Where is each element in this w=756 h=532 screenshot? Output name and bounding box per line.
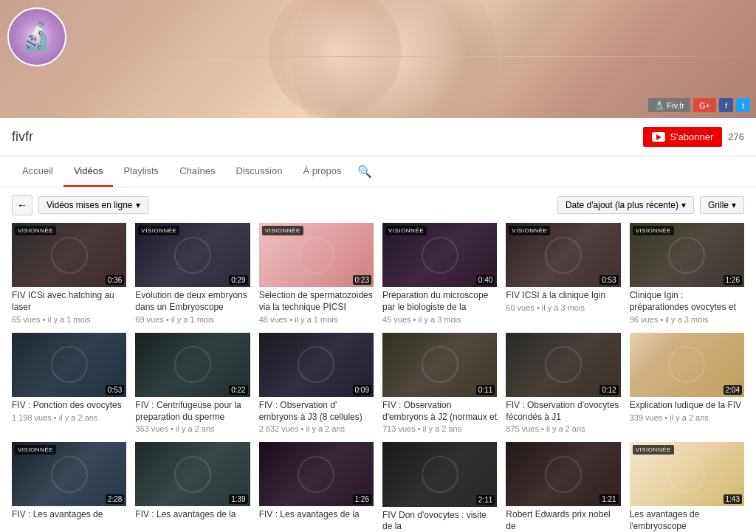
video-meta: 339 vues • il y a 2 ans [630,413,744,422]
toolbar-right: Date d'ajout (la plus récente) ▾ Grille … [557,196,744,214]
video-meta: 713 vues • il y a 2 ans [382,424,497,433]
video-duration: 0:11 [476,385,495,395]
video-card[interactable]: VISIONNÉE 0:40 Préparation du microscope… [382,223,497,324]
video-meta: 363 vues • il y a 2 ans [135,424,250,433]
video-card[interactable]: 1:26 FIV : Les avantages de la [259,442,374,532]
watched-badge: VISIONNÉE [262,226,303,235]
tab-discussion[interactable]: Discussion [226,156,293,187]
facebook-link[interactable]: f [719,98,733,112]
video-title: FIV : Les avantages de la [259,509,374,521]
video-card[interactable]: 0:22 FIV : Centrifugeuse pour la prepara… [135,333,250,434]
video-thumbnail: 0:12 [506,333,620,397]
tab-videos[interactable]: Vidéos [63,156,114,187]
thumbnail-circle [422,237,458,274]
video-card[interactable]: 1:21 Robert Edwards prix nobel de [506,442,620,532]
search-icon[interactable]: 🔍 [357,165,372,179]
watched-badge: VISIONNÉE [385,226,427,235]
video-meta: 96 vues • il y a 3 mois [630,315,744,324]
video-info: FIV : Observation d'embryons à J2 (norma… [382,397,497,433]
video-duration: 1:26 [353,494,371,504]
thumbnail-circle [51,346,88,383]
video-thumbnail: 0:22 [135,333,250,397]
video-card[interactable]: VISIONNÉE 0:29 Evolution de deux embryon… [135,223,250,324]
video-title: FIV Don d'ovocytes : visite de la [382,510,497,533]
video-card[interactable]: VISIONNÉE 2:28 FIV : Les avantages de [12,442,126,532]
video-meta: 875 vues • il y a 2 ans [506,424,620,433]
video-thumbnail: VISIONNÉE 2:28 [12,442,126,506]
thumbnail-circle [668,346,705,383]
back-button[interactable]: ← [12,195,32,215]
chevron-down-icon: ▾ [136,200,140,210]
thumbnail-circle [668,237,705,274]
video-title: Clinique Igin : préparationdes ovocytes … [630,290,744,313]
twitter-link[interactable]: t [736,98,750,112]
filter-dropdown[interactable]: Vidéos mises en ligne ▾ [38,196,148,214]
video-card[interactable]: 0:12 FIV : Observation d'ovocytes fécond… [506,333,620,434]
thumbnail-circle [174,346,211,383]
video-thumbnail: 1:26 [259,442,374,506]
video-duration: 0:22 [229,385,247,395]
video-title: FIV : Les avantages de [12,509,126,521]
tab-accueil[interactable]: Accueil [12,156,63,187]
video-card[interactable]: 2:11 FIV Don d'ovocytes : visite de la [382,442,497,532]
video-thumbnail: 1:21 [506,442,620,506]
subscriber-count: 276 [728,131,744,142]
channel-bar: fivfr S'abonner 276 [0,118,756,156]
subscribe-button[interactable]: S'abonner [643,127,722,147]
video-thumbnail: VISIONNÉE 0:40 [382,223,497,287]
video-thumbnail: VISIONNÉE 0:53 [506,223,620,287]
video-duration: 0:12 [599,385,618,395]
video-info: FIV : Ponction des ovocytes 1 198 vues •… [12,397,126,422]
tab-apropos[interactable]: À propos [292,156,351,187]
tab-playlists[interactable]: Playlists [113,156,169,187]
tab-chaines[interactable]: Chaînes [169,156,225,187]
video-card[interactable]: VISIONNÉE 0:36 FIV ICSi avec hatching au… [12,223,126,324]
video-thumbnail: VISIONNÉE 0:36 [12,223,126,287]
video-card[interactable]: 0:09 FIV : Observation d' embryons à J3 … [259,333,374,434]
video-title: FIV : Observation d'embryons à J2 (norma… [382,400,497,423]
toolbar: ← Vidéos mises en ligne ▾ Date d'ajout (… [0,187,756,223]
video-meta: 1 198 vues • il y a 2 ans [12,413,126,422]
video-duration: 0:36 [106,275,124,285]
video-duration: 2:28 [106,494,124,504]
video-card[interactable]: VISIONNÉE 0:23 Sélection de spermatozoid… [259,223,374,324]
video-card[interactable]: VISIONNÉE 0:53 FIV ICSI à la clinique Ig… [506,223,620,324]
video-card[interactable]: 2:04 Explication ludique de la FIV 339 v… [630,333,744,434]
fiv-link[interactable]: 🔬 Fiv.fr [648,98,690,112]
watched-badge: VISIONNÉE [509,226,550,235]
video-card[interactable]: VISIONNÉE 1:43 Les avantages de l'embryo… [630,442,744,532]
video-thumbnail: 0:09 [259,333,374,397]
video-card[interactable]: 1:39 FIV : Les avantages de la [135,442,250,532]
video-info: FIV : Les avantages de la [259,506,374,521]
subscribe-label: S'abonner [670,131,713,142]
video-title: FIV : Les avantages de la [135,509,250,521]
video-thumbnail: VISIONNÉE 1:26 [630,223,744,287]
video-info: FIV : Les avantages de [12,506,126,521]
thumbnail-circle [422,456,458,493]
gplus-link[interactable]: G+ [693,98,716,112]
gplus-label: G+ [699,101,710,110]
video-info: FIV ICSi avec hatching au laser 65 vues … [12,287,126,323]
social-links: 🔬 Fiv.fr G+ f t [648,98,750,112]
thumbnail-circle [51,456,88,493]
banner-needle [148,56,756,57]
view-label: Grille [708,200,729,210]
filter-label: Vidéos mises en ligne [47,200,133,210]
video-info: FIV : Les avantages de la [135,506,250,521]
video-duration: 0:40 [476,275,495,285]
video-title: Les avantages de l'embryoscope [630,509,744,532]
video-card[interactable]: 0:53 FIV : Ponction des ovocytes 1 198 v… [12,333,126,434]
thumbnail-circle [51,237,88,274]
video-card[interactable]: VISIONNÉE 1:26 Clinique Igin : préparati… [630,223,744,324]
channel-banner: 🔬 🔬 Fiv.fr G+ f t [0,0,756,118]
sort-dropdown[interactable]: Date d'ajout (la plus récente) ▾ [557,196,694,214]
video-duration: 1:39 [229,494,247,504]
channel-name: fivfr [12,129,33,145]
video-card[interactable]: 0:11 FIV : Observation d'embryons à J2 (… [382,333,497,434]
video-meta: 65 vues • il y a 1 mois [12,315,126,324]
video-duration: 1:43 [724,494,742,504]
video-duration: 2:11 [476,495,495,505]
view-dropdown[interactable]: Grille ▾ [700,196,744,214]
avatar: 🔬 [7,7,66,66]
video-duration: 1:21 [599,494,618,504]
